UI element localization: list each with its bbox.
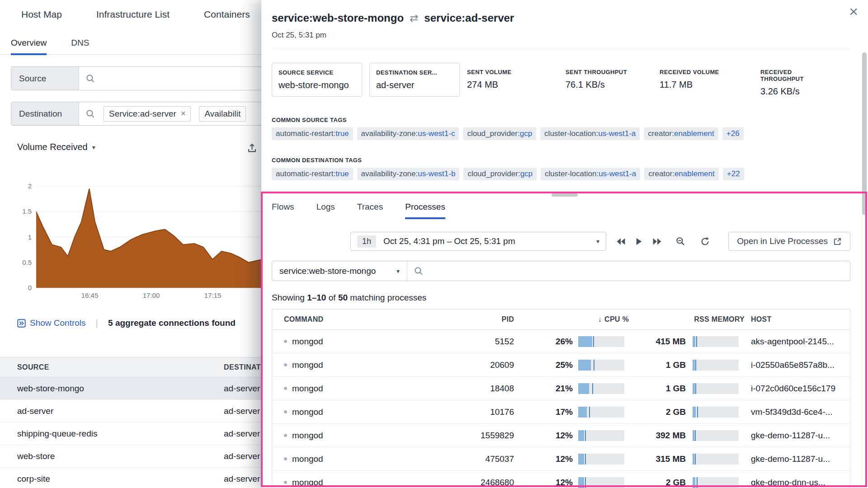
tag-key: automatic-restart: xyxy=(276,169,335,178)
process-row[interactable]: mongod155982912%392 MBgke-demo-11287-u..… xyxy=(272,424,850,447)
sort-desc-icon: ↓ xyxy=(598,315,602,323)
metric-dropdown[interactable]: Volume Received ▾ xyxy=(17,142,95,152)
common-source-tags-label: COMMON SOURCE TAGS xyxy=(272,117,850,123)
refresh-button[interactable] xyxy=(696,232,714,250)
command-name: mongod xyxy=(292,384,323,394)
tag-chip[interactable]: cluster-location:us-west1-a xyxy=(540,127,640,140)
remove-chip-icon[interactable]: × xyxy=(181,109,186,118)
show-controls-link[interactable]: Show Controls xyxy=(17,318,86,328)
panel-title-source: service:web-store-mongo xyxy=(272,12,404,24)
panel-tab-flows[interactable]: Flows xyxy=(272,202,294,219)
pid-column-header[interactable]: PID xyxy=(462,315,521,324)
command-cell: mongod xyxy=(272,454,462,464)
close-icon[interactable]: × xyxy=(849,4,858,19)
scrollbar-thumb[interactable] xyxy=(862,52,867,215)
zoom-out-button[interactable] xyxy=(671,232,689,250)
process-row[interactable]: mongod1017617%2 GBvm-5f349d3d-6ce4-... xyxy=(272,400,850,424)
usage-bar-marker xyxy=(589,407,590,418)
time-range-select[interactable]: 1h Oct 25, 4:31 pm – Oct 25, 5:31 pm ▾ xyxy=(350,232,606,251)
more-tags-chip[interactable]: +26 xyxy=(722,127,744,140)
scrollbar[interactable] xyxy=(861,0,868,488)
tag-chip[interactable]: cluster-location:us-west1-a xyxy=(541,168,640,180)
showing-total: 50 xyxy=(338,293,348,302)
rewind-icon xyxy=(616,238,626,245)
process-row[interactable]: mongod246868012%2 GBgke-demo-dnn-us... xyxy=(272,471,850,488)
panel-title-destination: service:ad-server xyxy=(424,12,514,24)
tag-chip[interactable]: creator:enablement xyxy=(644,127,718,140)
host-column-header[interactable]: HOST xyxy=(745,315,850,324)
usage-bar-fill xyxy=(693,360,695,371)
pid-cell: 18408 xyxy=(462,384,521,394)
more-tags-chip[interactable]: +22 xyxy=(723,168,744,180)
usage-bar xyxy=(693,360,739,371)
filter-chip-service-ad-server[interactable]: Service:ad-server× xyxy=(104,106,191,122)
fast-forward-button[interactable] xyxy=(648,232,666,250)
usage-bar xyxy=(578,383,624,394)
memory-bar-cell xyxy=(686,477,745,488)
play-button[interactable] xyxy=(630,232,648,250)
cpu-bar-cell xyxy=(573,360,641,371)
host-cell: i-072c0d60ce156c179 xyxy=(745,384,850,394)
metric-value: 76.1 KB/s xyxy=(566,80,660,90)
usage-bar-marker xyxy=(585,454,586,465)
usage-bar xyxy=(578,336,624,347)
process-scope-dropdown[interactable]: service:web-store-mongo ▾ xyxy=(272,261,407,281)
usage-bar xyxy=(578,454,624,465)
source-cell: web-store-mongo xyxy=(0,384,207,394)
tag-value: enablement xyxy=(675,169,715,178)
tag-chip[interactable]: availability-zone:us-west1-b xyxy=(357,168,460,180)
memory-value-cell: 392 MB xyxy=(641,431,686,441)
traffic-area-chart: 00.511.5216:4517:0017:15 xyxy=(14,183,285,303)
memory-value-cell: 415 MB xyxy=(641,337,686,347)
tab-dns[interactable]: DNS xyxy=(71,32,89,54)
svg-text:0.5: 0.5 xyxy=(22,258,32,266)
metric-value: web-store-mongo xyxy=(278,80,355,90)
export-button[interactable] xyxy=(247,143,257,155)
panel-tab-traces[interactable]: Traces xyxy=(357,202,383,219)
command-name: mongod xyxy=(292,407,323,417)
process-filter-bar: service:web-store-mongo ▾ xyxy=(272,261,850,281)
tag-chip[interactable]: creator:enablement xyxy=(644,168,718,180)
filter-chip-availabilit[interactable]: Availabilit xyxy=(199,106,246,122)
nav-item-containers[interactable]: Containers xyxy=(204,9,250,20)
cpu-column-header[interactable]: ↓CPU % xyxy=(521,315,641,324)
panel-tab-processes[interactable]: Processes xyxy=(405,202,445,219)
filter-chip-label: Service:ad-server xyxy=(109,109,176,119)
command-cell: mongod xyxy=(272,407,462,417)
svg-text:1.5: 1.5 xyxy=(22,207,32,215)
process-row[interactable]: mongod2060925%1 GBi-02550a65e857a8b... xyxy=(272,353,850,377)
chevron-down-icon: ▾ xyxy=(92,144,95,151)
nav-item-host-map[interactable]: Host Map xyxy=(21,9,62,20)
tag-chip[interactable]: automatic-restart:true xyxy=(272,127,353,140)
rewind-button[interactable] xyxy=(612,232,630,250)
process-row[interactable]: mongod515226%415 MBaks-agentpool-2145... xyxy=(272,330,850,353)
tag-chip[interactable]: cloud_provider:gcp xyxy=(463,127,536,140)
open-in-live-processes-button[interactable]: Open in Live Processes xyxy=(728,232,850,251)
memory-bar-cell xyxy=(686,454,745,465)
swap-arrows-icon: ⇄ xyxy=(410,12,418,24)
tab-overview[interactable]: Overview xyxy=(11,32,47,55)
metric-sent-throughput: SENT THROUGHPUT76.1 KB/s xyxy=(566,63,660,90)
show-controls-icon xyxy=(17,319,26,328)
source-column-header[interactable]: SOURCE xyxy=(0,363,207,371)
tag-chip[interactable]: automatic-restart:true xyxy=(272,168,353,180)
tag-chip[interactable]: cloud_provider:gcp xyxy=(463,168,537,180)
process-row[interactable]: mongod1840821%1 GBi-072c0d60ce156c179 xyxy=(272,377,850,400)
process-search-input[interactable] xyxy=(424,261,850,281)
process-row[interactable]: mongod47503712%315 MBgke-demo-11287-u... xyxy=(272,447,850,471)
memory-value-cell: 315 MB xyxy=(641,454,686,464)
resize-handle[interactable] xyxy=(552,193,578,197)
panel-tab-logs[interactable]: Logs xyxy=(316,202,335,219)
external-link-icon xyxy=(833,237,842,246)
process-status-dot xyxy=(284,481,287,484)
panel-timestamp: Oct 25, 5:31 pm xyxy=(272,31,850,40)
rss-memory-column-header[interactable]: RSS MEMORY xyxy=(641,315,745,324)
header-divider xyxy=(272,48,850,48)
nav-item-infrastructure-list[interactable]: Infrastructure List xyxy=(96,9,170,20)
command-column-header[interactable]: COMMAND xyxy=(272,315,462,324)
tag-value: true xyxy=(335,129,349,138)
tag-chip[interactable]: availability-zone:us-west1-c xyxy=(357,127,459,140)
metric-sent-volume: SENT VOLUME274 MB xyxy=(467,63,566,90)
command-cell: mongod xyxy=(272,478,462,488)
metric-value: 11.7 MB xyxy=(660,80,760,90)
